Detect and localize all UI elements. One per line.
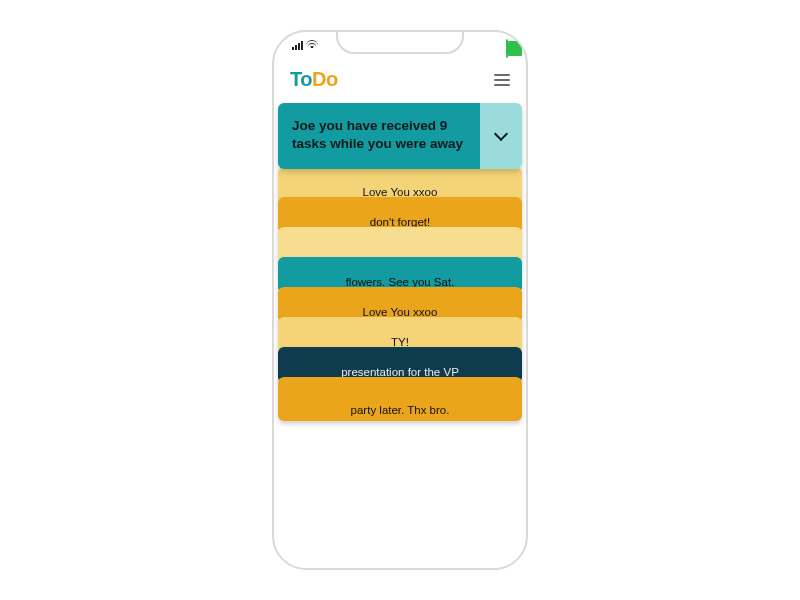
notification-banner: Joe you have received 9 tasks while you … bbox=[274, 97, 526, 169]
logo-to: To bbox=[290, 68, 312, 90]
battery-icon bbox=[506, 39, 508, 58]
notification-text: Joe you have received 9 tasks while you … bbox=[278, 103, 480, 169]
expand-button[interactable] bbox=[480, 103, 522, 169]
task-card[interactable]: party later. Thx bro. bbox=[278, 377, 522, 421]
phone-notch bbox=[336, 30, 464, 54]
status-bar-right bbox=[506, 40, 508, 58]
app-screen: ToDo Joe you have received 9 tasks while… bbox=[274, 32, 526, 568]
chevron-down-icon bbox=[494, 127, 508, 141]
task-snippet: party later. Thx bro. bbox=[351, 404, 450, 416]
status-bar-left bbox=[292, 40, 318, 50]
wifi-icon bbox=[306, 40, 318, 50]
menu-button[interactable] bbox=[494, 74, 510, 86]
phone-frame: ToDo Joe you have received 9 tasks while… bbox=[272, 30, 528, 570]
logo-do: Do bbox=[312, 68, 338, 90]
signal-icon bbox=[292, 41, 303, 50]
task-stack: Love You xxoodon't forget!flowers. See y… bbox=[274, 167, 526, 421]
app-logo: ToDo bbox=[290, 68, 338, 91]
app-header: ToDo bbox=[274, 58, 526, 97]
